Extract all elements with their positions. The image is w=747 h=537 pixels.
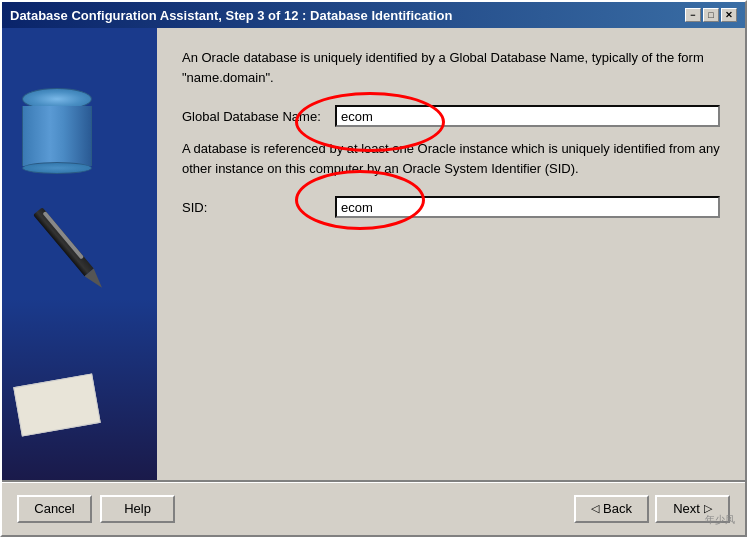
back-button[interactable]: ◁ Back <box>574 495 649 523</box>
main-window: Database Configuration Assistant, Step 3… <box>0 0 747 537</box>
maximize-button[interactable]: □ <box>703 8 719 22</box>
title-bar-buttons: − □ ✕ <box>685 8 737 22</box>
global-db-name-input[interactable] <box>335 105 720 127</box>
title-bar: Database Configuration Assistant, Step 3… <box>2 2 745 28</box>
main-content: An Oracle database is uniquely identifie… <box>2 28 745 480</box>
watermark: 年少风 <box>705 513 735 527</box>
global-db-name-row: Global Database Name: <box>182 105 720 127</box>
pen-tip <box>85 268 107 291</box>
database-icon <box>22 88 92 168</box>
paper-icon <box>13 373 100 436</box>
left-panel <box>2 28 157 480</box>
panel-image <box>2 28 157 480</box>
minimize-button[interactable]: − <box>685 8 701 22</box>
cylinder-body <box>22 106 92 166</box>
close-button[interactable]: ✕ <box>721 8 737 22</box>
back-label: Back <box>603 501 632 516</box>
global-db-name-label: Global Database Name: <box>182 109 327 124</box>
cancel-button[interactable]: Cancel <box>17 495 92 523</box>
pen-clip <box>42 211 84 260</box>
description-text-2: A database is referenced by at least one… <box>182 139 720 178</box>
description-text-1: An Oracle database is uniquely identifie… <box>182 48 720 87</box>
sid-label: SID: <box>182 200 327 215</box>
pen-body <box>33 207 94 276</box>
spacer <box>182 230 720 460</box>
sid-row: SID: <box>182 196 720 218</box>
sid-input[interactable] <box>335 196 720 218</box>
next-label: Next <box>673 501 700 516</box>
back-arrow-icon: ◁ <box>591 502 599 515</box>
pen-icon <box>10 170 157 326</box>
window-title: Database Configuration Assistant, Step 3… <box>10 8 452 23</box>
cylinder-bottom <box>22 162 92 174</box>
help-button[interactable]: Help <box>100 495 175 523</box>
right-panel: An Oracle database is uniquely identifie… <box>157 28 745 480</box>
bottom-bar: Cancel Help ◁ Back Next ▷ 年少风 <box>2 480 745 535</box>
